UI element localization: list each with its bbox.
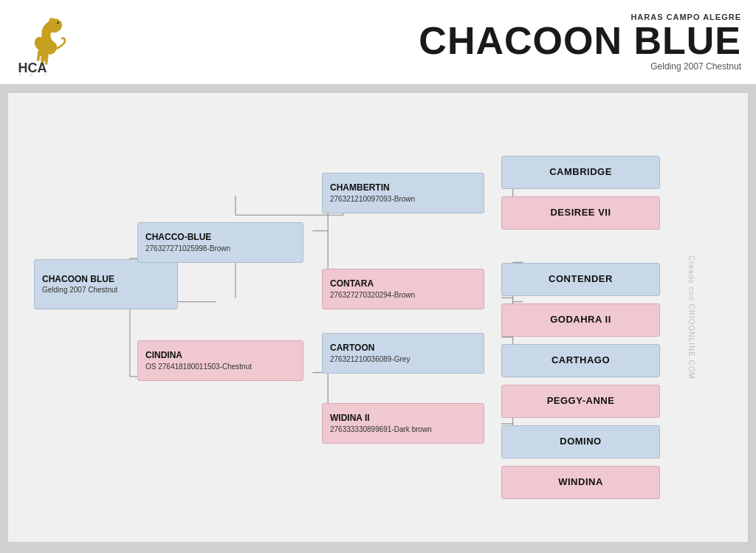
gen4-domino-name: DOMINO [560, 435, 601, 448]
title-area: HARAS CAMPO ALEGRE CHACOON BLUE Gelding … [419, 13, 741, 72]
gen3-contara-name: CONTARA [330, 278, 374, 290]
gen2-cindina: CINDINA OS 276418180011503-Chestnut [137, 340, 303, 381]
gen4-cambridge: CAMBRIDGE [501, 156, 660, 189]
watermark: Creado con CRIOONLINE.COM [688, 255, 696, 379]
gen3-widina-name: WIDINA II [330, 412, 370, 425]
gen4-windina-name: WINDINA [558, 475, 603, 489]
gen2-chacco-details: 276327271025998-Brown [145, 244, 230, 254]
gen4-desiree-vii: DESIREE VII [501, 196, 660, 230]
gen4-contender-name: CONTENDER [549, 272, 613, 286]
svg-point-4 [57, 22, 59, 24]
gen1-name: CHACOON BLUE [42, 273, 114, 286]
gen4-contender: CONTENDER [501, 263, 660, 296]
logo-area: HCA Haras Campo Alegre [15, 9, 81, 75]
svg-text:Haras Campo Alegre: Haras Campo Alegre [18, 74, 55, 75]
svg-text:HCA: HCA [18, 61, 47, 75]
gen4-cambridge-name: CAMBRIDGE [549, 165, 612, 179]
gen3-cartoon-details: 276321210036089-Grey [330, 354, 410, 365]
gen3-contara: CONTARA 276327270320294-Brown [322, 269, 484, 309]
gen3-cartoon: CARTOON 276321210036089-Grey [322, 333, 484, 374]
gen3-chambertin: CHAMBERTIN 276321210097093-Brown [322, 173, 484, 213]
gen1-chacoon-blue: CHACOON BLUE Gelding 2007 Chestnut [34, 259, 178, 309]
main-content: CHACOON BLUE Gelding 2007 Chestnut CHACC… [7, 92, 749, 543]
gen4-peggy-anne: PEGGY-ANNE [501, 385, 660, 418]
gen2-chacco-name: CHACCO-BLUE [145, 231, 211, 244]
gen4-carthago: CARTHAGO [501, 344, 660, 377]
horse-name: CHACOON BLUE [419, 21, 741, 60]
gen3-contara-details: 276327270320294-Brown [330, 290, 415, 300]
gen3-widina-details: 276333330899691-Dark brown [330, 425, 432, 435]
gen3-chambertin-name: CHAMBERTIN [330, 182, 390, 194]
gen4-carthago-name: CARTHAGO [551, 354, 610, 367]
svg-line-2 [38, 51, 40, 61]
gen2-chacco-blue: CHACCO-BLUE 276327271025998-Brown [137, 222, 303, 263]
gen3-cartoon-name: CARTOON [330, 342, 374, 354]
gen4-domino: DOMINO [501, 425, 660, 458]
gen2-cindina-details: OS 276418180011503-Chestnut [145, 362, 252, 372]
gen2-cindina-name: CINDINA [145, 349, 182, 362]
horse-details: Gelding 2007 Chestnut [419, 61, 741, 72]
hca-logo: HCA Haras Campo Alegre [15, 9, 81, 75]
gen4-godahra-name: GODAHRA II [550, 313, 611, 326]
gen4-desiree-name: DESIREE VII [550, 206, 611, 219]
svg-line-3 [42, 51, 43, 61]
gen4-peggy-name: PEGGY-ANNE [547, 394, 615, 408]
gen1-details: Gelding 2007 Chestnut [42, 285, 117, 295]
header: HCA Haras Campo Alegre HARAS CAMPO ALEGR… [0, 0, 756, 85]
gen4-godahra-ii: GODAHRA II [501, 303, 660, 337]
gen3-widina-ii: WIDINA II 276333330899691-Dark brown [322, 403, 484, 444]
gen3-chambertin-details: 276321210097093-Brown [330, 194, 415, 205]
gen4-windina: WINDINA [501, 466, 660, 499]
